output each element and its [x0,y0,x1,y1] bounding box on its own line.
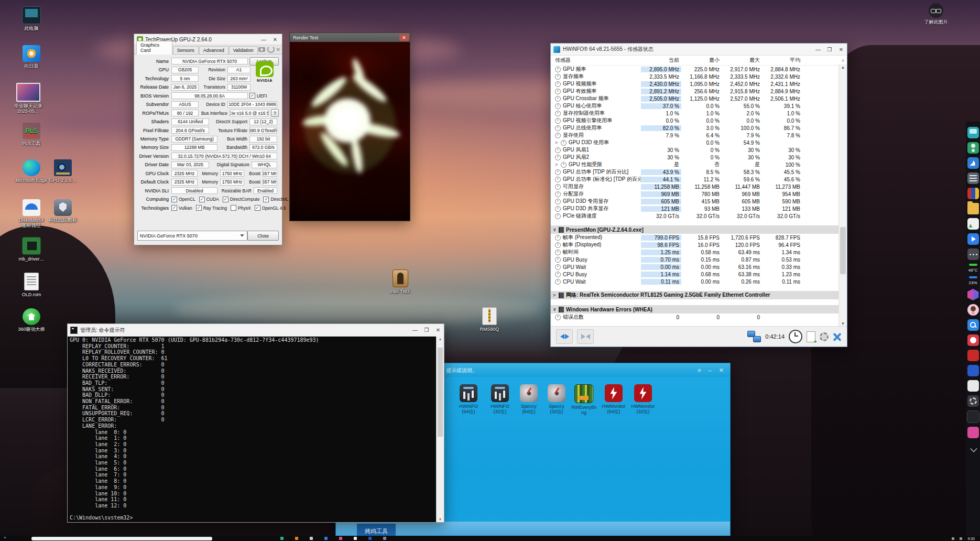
tool-icon-hwinfo-32[interactable]: HWiNFO(32位) [485,384,515,414]
dock-item-photos[interactable] [967,218,979,230]
menu-icon[interactable]: ≡ [277,47,280,52]
tab-validation[interactable]: Validation [229,46,258,54]
desktop-icon-mb-driver[interactable]: mb_driver… [12,237,51,262]
taskbar-search-input[interactable] [31,537,212,540]
cmd-output[interactable]: GPU 0: NVIDIA GeForce RTX 5070 (UUID: GP… [70,337,435,520]
sensor-row-显存控制器使用率[interactable]: 显存控制器使用率1.0 %1.0 %2.0 %1.0 % [551,110,847,117]
sensor-row-帧率-displayed[interactable]: 帧率 (Displayed)98.6 FPS16.0 FPS120.0 FPS9… [551,241,847,248]
desktop-icon-this-pc[interactable]: 此电脑 [12,6,51,31]
taskbar-app-icon[interactable] [368,537,372,540]
sensor-nav-button-disabled[interactable] [577,329,594,344]
close-button[interactable]: Close [247,231,279,241]
clock-icon[interactable] [789,330,802,343]
minimize-icon[interactable]: — [812,44,824,55]
taskbar-app-icon[interactable] [310,537,313,540]
help-button[interactable]: ? [271,109,279,117]
checkbox-vulkan[interactable]: ✓Vulkan [171,205,192,211]
sensor-row-可用显存[interactable]: 可用显存11,258 MB11,258 MB11,447 MB11,273 MB [551,183,847,190]
sensor-row-cpu-wait[interactable]: CPU Wait0.11 ms0.00 ms0.26 ms0.11 ms [551,278,847,285]
checkbox-directml[interactable]: ✓DirectML [263,197,288,202]
sensor-row-gpu-busy[interactable]: GPU Busy0.70 ms0.15 ms0.87 ms0.53 ms [551,256,847,263]
tool-icon-hwmonitor-64[interactable]: HWMonitor(64位) [599,384,628,414]
sensor-row-帧时间[interactable]: 帧时间1.25 ms0.58 ms63.49 ms1.34 ms [551,248,847,256]
section-header-presentmon-gpu-z[interactable]: ∨PresentMon [GPU-Z.2.64.0.exe] [551,225,847,234]
minimize-icon[interactable]: — [409,324,421,336]
dock-item-folder[interactable] [967,203,979,214]
collapse-icon[interactable]: ∨ [553,227,557,232]
tray-icon[interactable] [952,537,954,540]
minimize-icon[interactable]: — [258,34,269,45]
sensor-row-gpu-d3d-共享显存[interactable]: GPU D3D 共享显存121 MB93 MB133 MB121 MB [551,205,847,212]
settings-gear-icon[interactable] [820,332,829,341]
dock-item-media[interactable] [967,334,979,346]
sensor-row-gpu-总功率-tdp-的百分比[interactable]: GPU 总功率 [TDP 的百分比]43.9 %8.5 %58.3 %45.5 … [551,168,847,176]
dock-item-darkapp[interactable] [967,410,979,423]
sensor-row-gpu-风扇1[interactable]: GPU 风扇130 %0 %30 %30 % [551,146,847,154]
sensor-row-gpu-性能受限[interactable]: >GPU 性能受限是否是100 % [551,161,847,168]
desktop-icon-360-driver-master[interactable]: 360驱动大师 [12,308,51,332]
column-header-平均[interactable]: 平均 [762,57,802,64]
tab-sensors[interactable]: Sensors [173,46,199,54]
dock-item-monitor[interactable] [967,127,979,138]
desktop-icon-sunflower-remote[interactable]: 向日葵 [12,45,51,69]
sensor-row-gpu-d3d-专用显存[interactable]: GPU D3D 专用显存605 MB415 MB605 MB590 MB [551,198,847,205]
desktop-icon-old-rom[interactable]: OLD.rom [12,273,51,297]
scroll-up-icon[interactable]: ∧ [839,58,847,63]
start-button-icon[interactable] [4,537,8,540]
dock-item-search[interactable] [967,319,979,331]
desktop-icon-gpuz-shortcut[interactable]: GPU-Z.2.6… [43,159,83,183]
dock-item-redapp[interactable] [967,350,979,361]
taskbar-app-icon[interactable] [354,537,357,540]
column-header-最小[interactable]: 最小 [681,57,722,64]
sensor-row-gpu-crossbar-频率[interactable]: GPU Crossbar 频率2,505.0 MHz1,125.0 MHz2,5… [551,95,847,102]
gpu-selector-dropdown[interactable]: NVIDIA GeForce RTX 5070 [137,231,247,241]
tray-icon[interactable] [960,537,962,540]
checkbox-opencl[interactable]: ✓OpenCL [171,197,195,202]
expand-icon[interactable]: > [555,140,559,145]
sensor-row-gpu-总线使用率[interactable]: GPU 总线使用率82.0 %3.0 %100.0 %86.7 % [551,124,847,132]
tool-icon-speccy-64[interactable]: Speccy(64位) [514,384,543,414]
tool-icon-rweverything[interactable]: RWEverything [569,384,598,415]
scroll-down-icon[interactable]: ▼ [839,321,847,326]
sensor-row-gpu-视频频率[interactable]: GPU 视频频率2,430.0 MHz1,095.0 MHz2,452.0 MH… [551,80,847,88]
tool-icon-speccy-32[interactable]: Speccy(32位) [542,384,571,414]
remote-sensor-icon[interactable] [747,331,761,342]
taskbar-app-icon[interactable] [324,537,328,540]
checkbox-ray-tracing[interactable]: ✓Ray Tracing [196,205,227,211]
checkbox-opengl-4-6[interactable]: ✓OpenGL 4.6 [255,205,286,211]
dock-item-share[interactable] [967,157,979,169]
know-this-picture-badge[interactable]: 了解此图片 [922,3,950,25]
desktop-icon-rms80q[interactable]: RMS80Q [470,307,509,332]
maximize-icon[interactable]: ❒ [421,324,432,336]
taskbar-clock[interactable]: 9:33 [967,537,975,540]
tool-icon-hwinfo-64[interactable]: HWiNFO(64位) [454,384,483,414]
dock-item-gear[interactable] [967,395,979,407]
tab-advanced[interactable]: Advanced [199,46,228,54]
maximize-icon[interactable]: ❒ [824,44,835,55]
taskbar-app-icon[interactable] [295,537,298,540]
checkbox-cuda[interactable]: ✓CUDA [199,197,219,202]
sensor-nav-button[interactable] [556,329,573,344]
scroll-thumb[interactable] [438,348,443,437]
dock-item-whiteapp[interactable] [967,380,979,392]
tool-icon-hwmonitor-32[interactable]: HWMonitor(32位) [628,384,658,414]
desktop-icon-chat-screenshot[interactable]: 毕业聊天记录2025-05… [8,83,48,114]
scroll-down-icon[interactable]: ▼ [437,517,444,521]
menu-icon[interactable]: ≡ [698,367,701,374]
tab-graphics-card[interactable]: Graphics Card [136,41,172,55]
taskbar-app-icon[interactable] [280,537,284,540]
logging-icon[interactable] [807,331,815,342]
screenshot-icon[interactable] [258,47,265,52]
column-header-最大[interactable]: 最大 [722,57,762,64]
sensor-row-显存频率[interactable]: 显存频率2,333.5 MHz1,166.8 MHz2,333.5 MHz2,3… [551,73,847,80]
desktop-icon-team-icon[interactable]: 科技战队图标 [43,199,83,223]
close-icon[interactable]: ✕ [835,44,847,55]
dock-item-dots[interactable] [967,248,979,260]
render-test-titlebar[interactable]: Render Test ✕ [290,33,410,42]
desktop-icon-intel-tm3[interactable]: Intel TM3. [380,269,420,294]
column-header-传感器[interactable]: 传感器 [551,57,641,64]
dock-item-person[interactable] [967,142,979,154]
sensor-row-显存使用[interactable]: 显存使用7.9 %6.4 %7.9 %7.8 % [551,132,847,139]
sensor-row-pcie-链路速度[interactable]: PCIe 链路速度32.0 GT/s32.0 GT/s32.0 GT/s32.0… [551,212,847,220]
expand-icon[interactable]: > [555,162,559,167]
